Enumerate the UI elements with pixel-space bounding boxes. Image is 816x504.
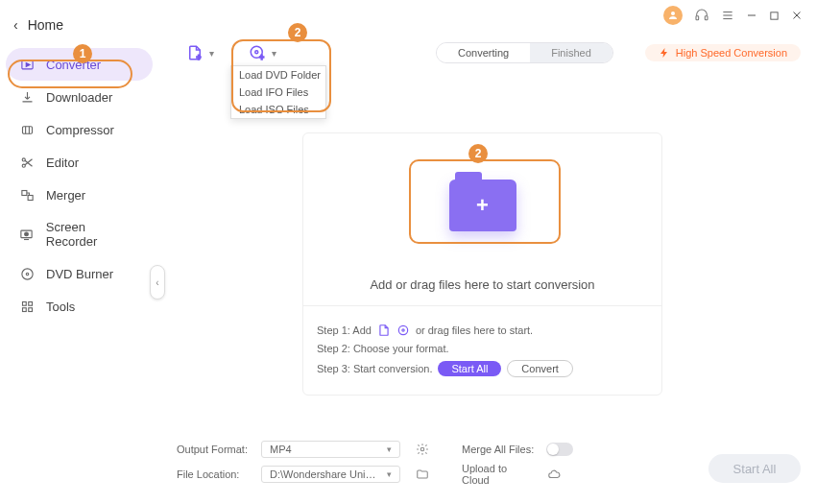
high-speed-conversion-button[interactable]: High Speed Conversion <box>645 44 801 61</box>
svg-point-35 <box>402 329 404 331</box>
svg-rect-26 <box>22 301 26 305</box>
svg-point-32 <box>255 51 258 54</box>
svg-point-16 <box>22 164 25 167</box>
disc-icon <box>19 266 35 281</box>
sidebar-item-label: DVD Burner <box>46 267 113 281</box>
nav-list: Converter Downloader Compressor Editor M… <box>0 48 158 323</box>
home-label: Home <box>28 17 63 33</box>
svg-point-24 <box>21 268 32 278</box>
caret-down-icon: ▾ <box>387 444 392 454</box>
hamburger-icon[interactable] <box>721 9 734 22</box>
sidebar-item-compressor[interactable]: Compressor <box>6 113 153 146</box>
svg-rect-7 <box>771 12 778 18</box>
headset-icon[interactable] <box>694 8 709 23</box>
svg-marker-11 <box>26 62 30 66</box>
screen-record-icon <box>19 227 35 242</box>
tab-finished[interactable]: Finished <box>530 43 612 62</box>
sidebar-item-converter[interactable]: Converter <box>6 48 153 81</box>
sidebar-item-label: Screen Recorder <box>46 220 139 249</box>
svg-rect-29 <box>28 307 32 311</box>
convert-button-inline[interactable]: Convert <box>507 360 573 377</box>
cloud-label: Upload to Cloud <box>462 463 537 486</box>
window-titlebar <box>663 0 816 31</box>
menu-item-load-dvd-folder[interactable]: Load DVD Folder <box>231 66 325 84</box>
status-tabs: Converting Finished <box>436 42 613 63</box>
start-all-button-inline[interactable]: Start All <box>438 361 501 376</box>
add-file-icon <box>377 324 391 337</box>
sidebar-collapse-handle[interactable]: ‹ <box>150 265 165 300</box>
caret-down-icon: ▾ <box>387 469 392 479</box>
close-icon[interactable] <box>791 10 803 21</box>
sidebar-item-label: Editor <box>46 156 79 170</box>
caret-down-icon: ▾ <box>209 48 214 59</box>
svg-point-34 <box>398 325 407 334</box>
converter-icon <box>19 57 35 72</box>
sidebar-item-merger[interactable]: Merger <box>6 179 153 211</box>
sidebar-item-label: Tools <box>46 300 75 314</box>
svg-rect-1 <box>696 16 699 20</box>
tab-converting[interactable]: Converting <box>437 43 530 62</box>
high-speed-label: High Speed Conversion <box>676 47 787 59</box>
svg-rect-19 <box>21 190 26 195</box>
sidebar-item-label: Compressor <box>46 123 114 137</box>
sidebar-item-tools[interactable]: Tools <box>6 290 153 323</box>
maximize-icon[interactable] <box>769 11 780 21</box>
step-2: Step 2: Choose your format. <box>317 343 648 354</box>
sidebar-item-label: Converter <box>46 58 101 72</box>
file-location-value: D:\Wondershare UniConverter 1 <box>270 468 379 480</box>
bolt-icon <box>659 47 670 59</box>
add-folder-icon: + <box>449 180 516 231</box>
output-settings-icon[interactable] <box>416 443 429 456</box>
step-1: Step 1: Add or drag files here to start. <box>317 324 648 337</box>
sidebar-item-label: Merger <box>46 188 85 203</box>
merge-label: Merge All Files: <box>462 444 537 455</box>
svg-point-36 <box>420 447 424 451</box>
svg-point-15 <box>22 157 25 160</box>
disc-load-menu: Load DVD Folder Load IFO Files Load ISO … <box>230 65 326 119</box>
menu-item-load-iso[interactable]: Load ISO Files <box>231 101 325 118</box>
drop-message: Add or drag files here to start conversi… <box>303 277 661 305</box>
minimize-icon[interactable] <box>746 10 757 21</box>
sidebar: ‹ Home Converter Downloader Compressor E… <box>0 0 158 504</box>
merge-all-toggle[interactable] <box>546 443 573 456</box>
download-icon <box>19 89 35 105</box>
grid-icon <box>19 299 35 314</box>
user-avatar[interactable] <box>663 6 683 25</box>
file-location-select[interactable]: D:\Wondershare UniConverter 1 ▾ <box>261 466 400 483</box>
sidebar-item-label: Downloader <box>46 90 112 105</box>
home-nav[interactable]: ‹ Home <box>0 10 158 40</box>
caret-down-icon: ▾ <box>272 48 276 59</box>
svg-text:+: + <box>197 54 202 62</box>
svg-rect-2 <box>705 16 708 20</box>
sidebar-item-dvd-burner[interactable]: DVD Burner <box>6 257 153 290</box>
output-format-select[interactable]: MP4 ▾ <box>261 441 400 458</box>
add-disc-button[interactable]: + ▾ <box>243 42 282 63</box>
toolbar: + ▾ + ▾ Converting Finished High Speed C… <box>180 42 801 63</box>
steps-panel: Step 1: Add or drag files here to start.… <box>303 305 661 395</box>
output-format-value: MP4 <box>270 444 292 455</box>
svg-text:+: + <box>259 54 264 62</box>
compress-icon <box>19 122 35 137</box>
svg-rect-20 <box>28 195 33 200</box>
svg-rect-12 <box>22 126 32 133</box>
chevron-left-icon: ‹ <box>13 17 18 33</box>
add-disc-icon <box>396 324 410 337</box>
sidebar-item-editor[interactable]: Editor <box>6 146 153 179</box>
sidebar-item-screen-recorder[interactable]: Screen Recorder <box>6 211 153 257</box>
svg-point-0 <box>671 12 675 15</box>
drop-card: + Add or drag files here to start conver… <box>302 132 662 396</box>
add-file-button[interactable]: + ▾ <box>180 42 220 63</box>
main-pane: + ▾ + ▾ Converting Finished High Speed C… <box>173 29 808 496</box>
step-3: Step 3: Start conversion. Start All Conv… <box>317 360 648 377</box>
open-folder-icon[interactable] <box>416 468 429 481</box>
svg-rect-28 <box>22 307 26 311</box>
scissors-icon <box>19 155 35 170</box>
drop-zone[interactable]: + <box>303 133 661 277</box>
menu-item-load-ifo[interactable]: Load IFO Files <box>231 84 325 101</box>
start-all-button[interactable]: Start All <box>708 454 801 483</box>
svg-point-25 <box>26 273 29 276</box>
sidebar-item-downloader[interactable]: Downloader <box>6 81 153 113</box>
cloud-icon[interactable] <box>546 468 562 481</box>
file-location-label: File Location: <box>177 468 252 480</box>
svg-point-22 <box>25 232 29 236</box>
